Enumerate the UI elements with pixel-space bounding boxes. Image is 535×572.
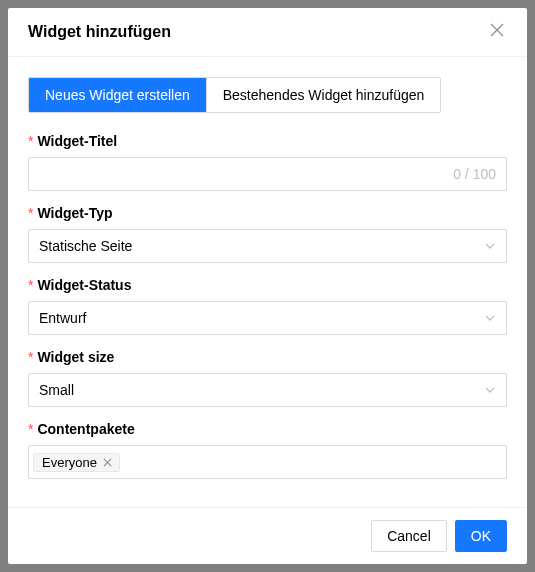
widget-title-label: *Widget-Titel (28, 133, 507, 149)
modal-body: Neues Widget erstellen Bestehendes Widge… (8, 56, 527, 507)
close-icon (103, 455, 112, 470)
widget-title-input-wrap[interactable]: 0 / 100 (28, 157, 507, 191)
tag-label: Everyone (42, 455, 97, 470)
close-icon (490, 23, 504, 41)
chevron-down-icon (484, 384, 496, 396)
field-widget-title: *Widget-Titel 0 / 100 (28, 133, 507, 191)
cancel-button[interactable]: Cancel (371, 520, 447, 552)
chevron-down-icon (484, 240, 496, 252)
widget-status-select[interactable]: Entwurf (28, 301, 507, 335)
widget-status-value: Entwurf (39, 310, 484, 326)
tab-create-new[interactable]: Neues Widget erstellen (29, 78, 206, 112)
tag-everyone: Everyone (33, 453, 120, 472)
tab-group: Neues Widget erstellen Bestehendes Widge… (28, 77, 441, 113)
widget-type-select[interactable]: Statische Seite (28, 229, 507, 263)
tag-remove-button[interactable] (101, 455, 115, 469)
widget-size-label: *Widget size (28, 349, 507, 365)
chevron-down-icon (484, 312, 496, 324)
ok-button[interactable]: OK (455, 520, 507, 552)
widget-status-label: *Widget-Status (28, 277, 507, 293)
tab-add-existing[interactable]: Bestehendes Widget hinzufügen (206, 78, 441, 112)
field-widget-type: *Widget-Typ Statische Seite (28, 205, 507, 263)
modal-header: Widget hinzufügen (8, 8, 527, 56)
content-packages-label: *Contentpakete (28, 421, 507, 437)
widget-size-value: Small (39, 382, 484, 398)
widget-title-input[interactable] (39, 166, 453, 182)
add-widget-modal: Widget hinzufügen Neues Widget erstellen… (8, 8, 527, 564)
field-widget-status: *Widget-Status Entwurf (28, 277, 507, 335)
close-button[interactable] (487, 22, 507, 42)
widget-type-label: *Widget-Typ (28, 205, 507, 221)
field-widget-size: *Widget size Small (28, 349, 507, 407)
widget-size-select[interactable]: Small (28, 373, 507, 407)
field-content-packages: *Contentpakete Everyone (28, 421, 507, 479)
widget-title-count: 0 / 100 (453, 166, 496, 182)
content-packages-select[interactable]: Everyone (28, 445, 507, 479)
widget-type-value: Statische Seite (39, 238, 484, 254)
modal-footer: Cancel OK (8, 507, 527, 564)
modal-title: Widget hinzufügen (28, 23, 171, 41)
